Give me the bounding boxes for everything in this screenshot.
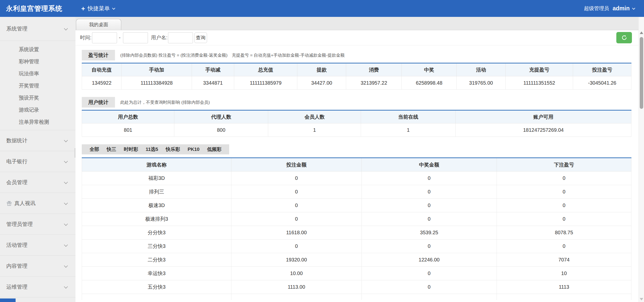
col-header: 提款 [297,63,346,76]
cell-game-name: 五分快3 [82,280,231,294]
table-row: 801 800 1 1 181247257269.04 [82,123,631,137]
cell-bet-pl: 0 [497,185,631,199]
cell-game-name: 极速3D [82,199,231,212]
chevron-down-icon [64,222,68,226]
cell-withdrawal: 34427.00 [297,76,346,90]
game-stats-table: 游戏名称 投注金额 中奖金额 下注盈亏 福彩3D 0 0 0 排列三 0 0 0 [82,157,631,300]
sidebar-item-activity-management[interactable]: 活动管理 [0,235,75,256]
sidebar-subitem-system-settings[interactable]: 系统设置 [0,43,75,55]
search-toolbar: 时间: - 用户名: 查询 [75,30,638,45]
cell-manual-add: 111113384928 [122,76,192,90]
time-label: 时间: [80,34,92,41]
sidebar-subitem-lottery-management[interactable]: 彩种管理 [0,55,75,68]
sidebar-item-data-statistics[interactable]: 数据统计 [0,130,75,151]
cell-bet-amount: 11618.00 [231,226,362,240]
col-header: 账户可用 [456,110,631,123]
cell-bet-pl: 1113 [497,280,631,294]
admin-dashboard: 永利皇宫管理系统 + 快捷菜单 超级管理员 admin 系统管理 系统设置 彩种… [0,0,644,302]
user-menu-button[interactable]: admin [613,5,634,12]
sidebar-subitem-bet-anomaly-detection[interactable]: 注单异常检测 [0,116,75,128]
sidebar-item-e-banking[interactable]: 电子银行 [0,151,75,172]
cell-win-amount: 12246.00 [361,253,497,267]
topbar: 永利皇宫管理系统 + 快捷菜单 超级管理员 admin [0,0,644,17]
sidebar-item-label: 运维管理 [6,283,27,290]
game-category-tabs: 全部 快三 时时彩 11选5 快乐彩 PK10 低频彩 [82,144,229,154]
cell-game-name: 极速排列3 [82,212,231,226]
chevron-down-icon [64,138,68,142]
sidebar-item-live-video[interactable]: 真人视讯 [0,193,75,214]
table-row: 极速排列3 0 0 0 [82,212,631,226]
scroll-down-arrow-icon[interactable] [640,298,643,300]
profit-stats-title: 盈亏统计 [82,50,115,60]
user-role-label: 超级管理员 [584,5,609,12]
cell-game-name: 三分快3 [82,240,231,253]
sidebar-item-admin-management[interactable]: 管理员管理 [0,214,75,235]
cell-bet-amount: 0 [231,199,362,212]
sidebar-subitem-play-odds[interactable]: 玩法倍率 [0,68,75,80]
topbar-user-area: 超级管理员 admin [584,5,634,12]
query-button[interactable]: 查询 [194,32,207,43]
table-row: 三分快3 0 0 0 [82,240,631,253]
username-input[interactable] [168,32,193,43]
col-header: 手动减 [192,63,234,76]
game-tab-shishicai[interactable]: 时时彩 [120,144,142,154]
cell-consumption: 3213957.22 [346,76,402,90]
sidebar-item-ops-management[interactable]: 运维管理 [0,277,75,297]
time-end-input[interactable] [123,32,148,43]
table-row-partial [82,294,631,300]
col-header-win-amount: 中奖金额 [361,158,497,172]
time-start-input[interactable] [92,32,117,43]
table-row: 分分快3 11618.00 3539.25 8078.75 [82,226,631,240]
cell-bet-amount: 0 [231,185,362,199]
col-header: 充提盈亏 [505,63,573,76]
cell-bet-amount: 0 [231,172,362,185]
tab-label: 我的桌面 [89,21,108,28]
cell-win-amount: 0 [361,240,497,253]
sidebar-item-label: 系统管理 [6,25,27,32]
gift-icon [6,200,12,206]
cell-bet-pl: 10 [497,267,631,280]
sidebar-item-label: 会员管理 [6,179,27,186]
cell-win-amount: 0 [361,185,497,199]
sidebar-subitem-draw-management[interactable]: 开奖管理 [0,80,75,92]
refresh-button[interactable] [616,32,632,43]
cell-activity: 319765.00 [457,76,505,90]
game-tab-kuaisan[interactable]: 快三 [103,144,120,154]
table-row: 1345922 111113384928 3344871 11111138597… [82,76,631,90]
game-tab-lowfreq[interactable]: 低频彩 [203,144,225,154]
col-header: 用户总数 [82,110,174,123]
tab-my-desktop[interactable]: 我的桌面 [76,19,121,30]
quick-menu-button[interactable]: + 快捷菜单 [81,5,114,12]
game-tab-all[interactable]: 全部 [86,144,103,154]
refresh-icon [621,34,628,41]
app-title: 永利皇宫管理系统 [6,4,62,13]
scrollbar-thumb[interactable] [640,37,643,109]
user-stats-title: 用户统计 [82,97,115,108]
col-header: 总充值 [234,63,297,76]
sidebar-item-content-management[interactable]: 内容管理 [0,256,75,277]
sidebar-item-member-management[interactable]: 会员管理 [0,172,75,193]
col-header-bet-pl: 下注盈亏 [497,158,631,172]
sidebar-subitem-game-records[interactable]: 游戏记录 [0,104,75,116]
scroll-up-arrow-icon[interactable] [640,31,643,34]
col-header: 自动充值 [82,63,122,76]
chevron-down-icon [64,243,68,247]
cell-manual-subtract: 3344871 [192,76,234,90]
sidebar-item-system-management[interactable]: 系统管理 [0,17,75,41]
cell-win-amount: 0 [361,172,497,185]
table-row: 幸运快3 10.00 0 10 [82,267,631,280]
game-tab-11xuan5[interactable]: 11选5 [142,144,162,154]
profit-stats-header: 盈亏统计 (排除内部会员数据) 投注盈亏 = (投注消费金额-返奖金额) 充提盈… [82,50,631,60]
sidebar-item-label: 管理员管理 [6,221,33,228]
sidebar-subitem-preset-draw[interactable]: 预设开奖 [0,92,75,104]
sidebar-item-label: 内容管理 [6,262,27,270]
game-tab-kuailecai[interactable]: 快乐彩 [162,144,184,154]
game-tab-pk10[interactable]: PK10 [184,144,204,154]
cell-bet-pl: 0 [497,172,631,185]
chevron-down-icon [64,285,68,289]
username-field-label: 用户名: [151,34,168,41]
cell-bet-amount: 10.00 [231,267,362,280]
cell-win-amount: 0 [361,199,497,212]
cell-bet-pl: 0 [497,199,631,212]
vertical-scrollbar[interactable] [638,17,644,302]
